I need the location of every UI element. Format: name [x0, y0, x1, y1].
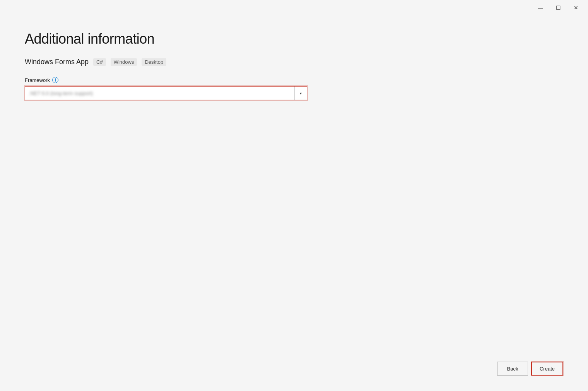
back-button[interactable]: Back: [497, 362, 528, 376]
close-button[interactable]: ✕: [567, 2, 585, 14]
page-title: Additional information: [25, 31, 563, 47]
maximize-button[interactable]: ☐: [549, 2, 567, 14]
framework-dropdown[interactable]: .NET 6.0 (long-term support) ▾: [25, 86, 307, 100]
main-window: — ☐ ✕ Additional information Windows For…: [0, 0, 588, 391]
framework-section: Framework i .NET 6.0 (long-term support)…: [25, 77, 563, 100]
framework-info-icon[interactable]: i: [52, 77, 58, 83]
tag-windows: Windows: [111, 58, 137, 66]
framework-label-row: Framework i: [25, 77, 563, 83]
project-info-row: Windows Forms App C# Windows Desktop: [25, 58, 563, 66]
minimize-button[interactable]: —: [532, 2, 549, 14]
bottom-bar: Back Create: [497, 362, 563, 376]
framework-label-text: Framework: [25, 77, 50, 83]
dropdown-arrow-icon: ▾: [294, 87, 307, 100]
main-content: Additional information Windows Forms App…: [0, 15, 588, 391]
create-button[interactable]: Create: [531, 362, 563, 376]
title-bar: — ☐ ✕: [0, 0, 588, 15]
framework-dropdown-value: .NET 6.0 (long-term support): [25, 90, 294, 96]
project-type-name: Windows Forms App: [25, 58, 89, 66]
tag-csharp: C#: [93, 58, 106, 66]
tag-desktop: Desktop: [142, 58, 166, 66]
